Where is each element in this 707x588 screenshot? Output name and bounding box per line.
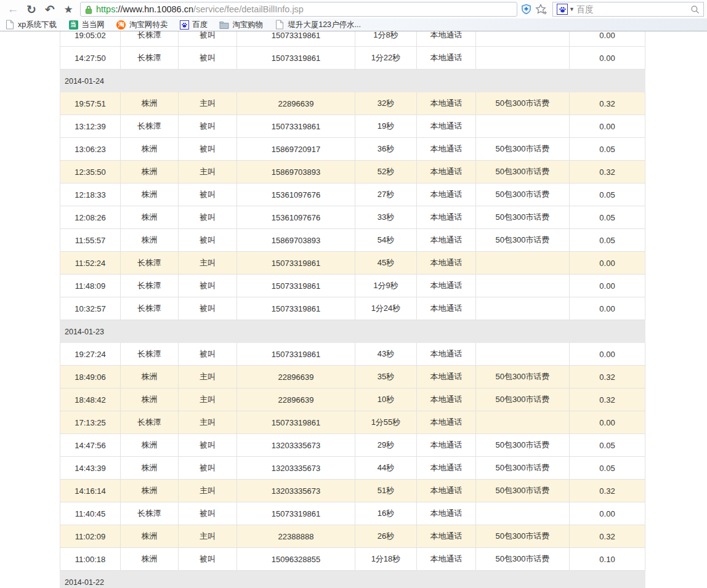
cell-direction: 被叫 [179, 183, 237, 206]
cell-package: 50包300市话费 [476, 138, 570, 160]
table-row: 13:06:23株洲被叫1586972091736秒本地通话50包300市话费0… [60, 138, 645, 161]
cell-fee: 0.05 [570, 434, 645, 456]
cell-fee: 0.05 [570, 206, 645, 228]
lock-icon [85, 5, 92, 14]
cell-area: 株洲 [121, 525, 179, 547]
cell-fee: 0.05 [570, 183, 645, 206]
cell-fee: 0.32 [570, 389, 645, 411]
cell-direction: 被叫 [179, 502, 237, 525]
cell-call-type: 本地通话 [417, 161, 476, 183]
bookmark-item[interactable]: 淘淘宝网特卖 [116, 20, 168, 30]
cell-package: 50包300市话费 [476, 480, 570, 502]
cell-time: 11:40:45 [60, 502, 121, 525]
cell-number: 15361097676 [237, 183, 355, 206]
cell-duration: 19秒 [355, 115, 417, 137]
table-row: 14:43:39株洲被叫1320333567344秒本地通话50包300市话费0… [60, 457, 645, 480]
cell-call-type: 本地通话 [417, 47, 476, 69]
cell-call-type: 本地通话 [417, 343, 476, 365]
cell-package: 50包300市话费 [476, 525, 570, 547]
url-path: /service/fee/detailBillInfo.jsp [193, 4, 304, 14]
cell-duration: 26秒 [355, 525, 417, 547]
cell-package [476, 31, 570, 46]
search-icon[interactable] [690, 5, 700, 14]
back-icon[interactable]: ← [4, 1, 22, 18]
cell-call-type: 本地通话 [417, 525, 476, 547]
url-text: https://www.hn.10086.cn/service/fee/deta… [96, 4, 304, 14]
bookmark-add-icon[interactable] [535, 2, 548, 17]
cell-fee: 0.32 [570, 92, 645, 115]
cell-fee: 0.00 [570, 297, 645, 320]
cell-number: 15869703893 [237, 161, 355, 183]
cell-number: 22896639 [237, 92, 355, 115]
cell-call-type: 本地通话 [417, 548, 476, 570]
cell-package: 50包300市话费 [476, 366, 570, 388]
url-scheme: https [96, 4, 115, 14]
cell-time: 19:05:02 [60, 31, 121, 46]
baidu-paw-icon[interactable] [557, 4, 568, 15]
table-row: 11:52:24长株潭主叫1507331986145秒本地通话0.00 [60, 252, 645, 275]
cell-duration: 45秒 [355, 252, 417, 274]
bookmark-label: 淘宝网特卖 [129, 20, 168, 30]
cell-direction: 被叫 [179, 138, 237, 160]
cell-package [476, 297, 570, 320]
cell-call-type: 本地通话 [417, 229, 476, 251]
cell-time: 18:49:06 [60, 366, 121, 388]
bookmark-item[interactable]: xp系统下载 [5, 20, 57, 30]
cell-package: 50包300市话费 [476, 206, 570, 228]
table-row: 19:27:24长株潭被叫1507331986143秒本地通话0.00 [60, 343, 645, 366]
cell-direction: 主叫 [179, 92, 237, 115]
bookmark-label: 当当网 [81, 20, 105, 30]
bookmark-label: 百度 [192, 20, 208, 30]
date-group-header: 2014-01-24 [60, 70, 645, 92]
cell-direction: 主叫 [179, 252, 237, 274]
cell-duration: 1分22秒 [355, 47, 417, 69]
cell-duration: 43秒 [355, 343, 417, 365]
cell-number: 22896639 [237, 389, 355, 411]
cell-area: 株洲 [121, 389, 179, 411]
table-row: 14:16:14株洲主叫1320333567351秒本地通话50包300市话费0… [60, 480, 645, 502]
cell-number: 15073319861 [237, 297, 355, 320]
cell-number: 15073319861 [237, 343, 355, 365]
cell-fee: 0.32 [570, 480, 645, 502]
reload-icon[interactable]: ↻ [22, 1, 41, 18]
table-row: 17:13:25长株潭主叫150733198611分55秒本地通话0.00 [60, 411, 645, 434]
cell-area: 长株潭 [121, 343, 179, 365]
cell-package: 50包300市话费 [476, 92, 570, 115]
date-group-header: 2014-01-22 [60, 571, 645, 588]
cell-duration: 36秒 [355, 138, 417, 160]
cell-package: 50包300市话费 [476, 434, 570, 456]
cell-call-type: 本地通话 [417, 252, 476, 274]
table-row: 11:40:45长株潭被叫1507331986116秒本地通话0.00 [60, 502, 645, 525]
undo-icon[interactable]: ↶ [41, 1, 59, 18]
search-input[interactable] [576, 4, 690, 14]
cell-call-type: 本地通话 [417, 480, 476, 502]
search-box[interactable]: ▼ [552, 2, 704, 17]
chevron-down-icon[interactable]: ▼ [569, 6, 575, 12]
bookmark-item[interactable]: 淘宝购物 [219, 20, 263, 30]
cell-number: 22388888 [237, 525, 355, 547]
cell-fee: 0.00 [570, 47, 645, 69]
cell-direction: 主叫 [179, 525, 237, 547]
cell-time: 13:12:39 [60, 115, 121, 137]
cell-package [476, 115, 570, 137]
bookmark-item[interactable]: 百度 [179, 20, 208, 30]
cell-time: 14:16:14 [60, 480, 121, 502]
bookmark-item[interactable]: 堤升大厦123户停水... [275, 20, 361, 30]
safety-shield-icon[interactable] [519, 2, 533, 17]
cell-number: 15073319861 [237, 115, 355, 137]
cell-area: 株洲 [121, 457, 179, 479]
cell-direction: 被叫 [179, 548, 237, 570]
address-bar[interactable]: https://www.hn.10086.cn/service/fee/deta… [80, 2, 517, 17]
cell-duration: 1分18秒 [355, 548, 417, 570]
cell-duration: 52秒 [355, 161, 417, 183]
cell-area: 长株潭 [121, 297, 179, 320]
cell-area: 长株潭 [121, 411, 179, 433]
cell-call-type: 本地通话 [417, 434, 476, 456]
bookmark-item[interactable]: 当当当网 [68, 20, 105, 30]
cell-time: 19:57:51 [60, 92, 121, 115]
cell-number: 13203335673 [237, 457, 355, 479]
table-row: 13:12:39长株潭被叫1507331986119秒本地通话0.00 [60, 115, 645, 138]
star-icon[interactable]: ★ [59, 1, 78, 18]
cell-area: 株洲 [121, 480, 179, 502]
cell-direction: 主叫 [179, 480, 237, 502]
